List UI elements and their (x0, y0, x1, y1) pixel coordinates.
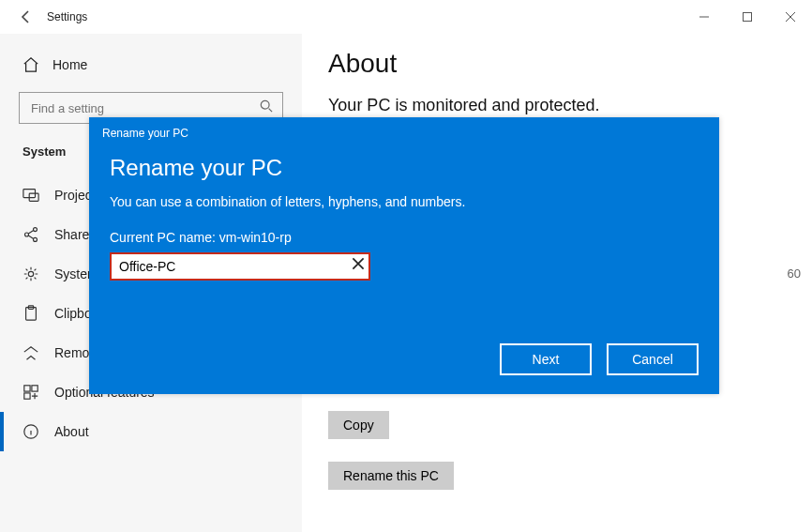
window-title: Settings (47, 10, 87, 23)
rename-pc-dialog: Rename your PC Rename your PC You can us… (89, 117, 719, 394)
svg-point-5 (34, 228, 38, 232)
back-button[interactable] (13, 4, 39, 30)
dialog-subtitle: You can use a combination of letters, hy… (110, 194, 699, 209)
svg-point-4 (25, 233, 29, 236)
sidebar-item-about[interactable]: About (19, 412, 283, 451)
current-pc-name: Current PC name: vm-win10-rp (110, 230, 699, 245)
sidebar-item-label: About (54, 424, 89, 439)
close-button[interactable] (769, 3, 812, 31)
about-icon (23, 423, 39, 440)
home-icon (23, 56, 39, 73)
rename-this-pc-button[interactable]: Rename this PC (328, 462, 454, 490)
search-icon (260, 99, 273, 116)
dialog-titlebar: Rename your PC (89, 117, 719, 145)
svg-rect-11 (32, 386, 38, 391)
clipboard-icon (23, 305, 39, 322)
page-title: About (328, 49, 786, 79)
clear-input-icon[interactable] (352, 257, 365, 274)
copy-button[interactable]: Copy (328, 411, 389, 439)
svg-rect-12 (24, 393, 30, 399)
sidebar-home-label: Home (53, 57, 87, 72)
next-button[interactable]: Next (500, 343, 592, 375)
cancel-button[interactable]: Cancel (607, 343, 699, 375)
protected-text: Your PC is monitored and protected. (328, 96, 786, 115)
components-icon (23, 266, 39, 282)
clipped-text: 60 (788, 266, 801, 281)
dialog-heading: Rename your PC (110, 155, 699, 181)
search-input[interactable] (29, 100, 273, 116)
svg-rect-10 (24, 386, 30, 391)
maximize-button[interactable] (726, 3, 769, 31)
svg-point-6 (34, 237, 38, 241)
svg-rect-0 (744, 13, 752, 22)
svg-point-1 (261, 100, 269, 109)
pc-name-input[interactable] (110, 252, 370, 281)
projecting-icon (23, 187, 39, 204)
svg-point-7 (28, 271, 33, 276)
minimize-button[interactable] (683, 3, 726, 31)
optional-icon (23, 384, 39, 401)
shared-icon (23, 226, 39, 243)
sidebar-home[interactable]: Home (19, 45, 283, 92)
remote-icon (23, 344, 39, 361)
